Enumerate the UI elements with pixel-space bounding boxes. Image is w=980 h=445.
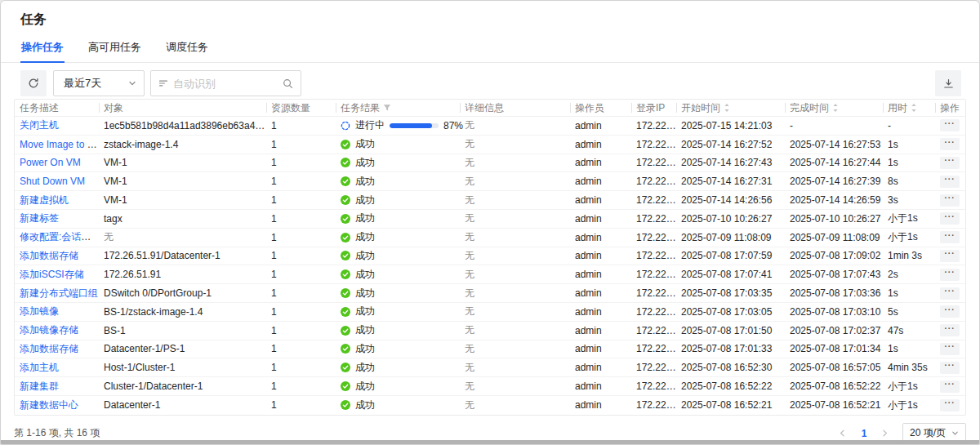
filter-lines-icon (158, 78, 168, 88)
row-actions-button[interactable]: ··· (940, 362, 960, 374)
operator-cell: admin (570, 213, 631, 225)
tab-高可用任务[interactable]: 高可用任务 (87, 36, 142, 62)
task-desc-link[interactable]: 添加数据存储 (20, 250, 78, 261)
window-bottom-edge (1, 440, 979, 444)
task-desc-link[interactable]: 新建虚拟机 (20, 194, 69, 206)
duration-cell: 1min 3s (883, 250, 935, 261)
start-time-cell: 2025-07-08 17:03:05 (676, 306, 785, 318)
table-row: 关闭主机1ec5b581b98d4a11ad3896eb63a41ae41进行中… (15, 117, 965, 136)
row-actions-button[interactable]: ··· (940, 343, 960, 355)
row-actions-button[interactable]: ··· (940, 176, 960, 188)
export-button[interactable] (935, 70, 961, 96)
tab-操作任务[interactable]: 操作任务 (20, 36, 65, 62)
row-actions-button[interactable]: ··· (940, 305, 960, 318)
end-time-cell: 2025-07-08 17:03:10 (785, 306, 883, 318)
detail-cell: 无 (460, 230, 570, 244)
object-cell: tagx (99, 213, 266, 225)
task-desc-link[interactable]: 添加主机 (20, 362, 59, 373)
column-header-7[interactable]: 开始时间 (676, 100, 785, 116)
resource-count-cell: 1 (266, 194, 336, 206)
detail-cell: 无 (460, 323, 570, 337)
operator-cell: admin (570, 287, 631, 299)
start-time-cell: 2025-07-08 17:01:33 (676, 343, 785, 354)
status-label: 成功 (355, 137, 375, 151)
login-ip-cell: 172.22.2.... (631, 343, 676, 354)
row-actions-button[interactable]: ··· (940, 269, 960, 281)
task-desc-link[interactable]: 添加数据存储 (20, 343, 78, 354)
table-header: 任务描述对象资源数量任务结果详细信息操作员登录IP开始时间完成时间用时操作 (15, 100, 965, 117)
object-cell: Datacenter-1/PS-1 (99, 343, 266, 354)
row-actions-button[interactable]: ··· (940, 399, 960, 412)
column-header-2: 资源数量 (266, 100, 336, 116)
login-ip-cell: 172.22.2.... (631, 306, 676, 318)
chevron-right-icon (881, 429, 889, 437)
start-time-cell: 2025-07-08 16:52:22 (676, 380, 785, 392)
object-cell: BS-1 (99, 325, 266, 336)
login-ip-cell: 172.22.2.... (631, 250, 676, 261)
login-ip-cell: 172.22.2.... (631, 287, 676, 299)
detail-cell: 无 (460, 211, 570, 225)
detail-cell: 无 (460, 156, 570, 170)
status-label: 成功 (355, 156, 375, 170)
detail-cell: 无 (460, 268, 570, 282)
duration-cell: 3s (883, 194, 935, 206)
time-range-value: 最近7天 (64, 76, 101, 91)
row-actions-button[interactable]: ··· (940, 119, 960, 131)
end-time-cell: 2025-07-08 17:07:43 (785, 269, 883, 280)
row-actions-button[interactable]: ··· (940, 157, 960, 169)
row-actions-button[interactable]: ··· (940, 194, 960, 207)
task-desc-link[interactable]: 修改配置:会话超时... (20, 231, 99, 243)
sort-icon (911, 103, 917, 113)
refresh-button[interactable] (20, 70, 47, 96)
duration-cell: 8s (883, 176, 935, 187)
task-desc-link[interactable]: 添加镜像存储 (20, 324, 78, 336)
task-desc-link[interactable]: 添加镜像 (20, 305, 59, 317)
row-actions-button[interactable]: ··· (940, 287, 960, 300)
task-desc-link[interactable]: 添加iSCSI存储 (20, 269, 84, 280)
resource-count-cell: 1 (266, 213, 336, 225)
column-header-8[interactable]: 完成时间 (785, 100, 883, 116)
task-desc-link[interactable]: 新建标签 (20, 212, 59, 224)
page-size-value: 20 项/页 (910, 426, 946, 440)
task-desc-link[interactable]: 新建集群 (20, 380, 59, 392)
row-actions-button[interactable]: ··· (940, 324, 960, 336)
resource-count-cell: 1 (266, 306, 336, 318)
tab-调度任务[interactable]: 调度任务 (165, 36, 209, 62)
row-actions-button[interactable]: ··· (940, 380, 960, 393)
task-result-cell: 成功 (336, 287, 460, 300)
filter-funnel-icon[interactable] (383, 104, 391, 112)
resource-count-cell: 1 (266, 399, 336, 411)
task-desc-link[interactable]: Shut Down VM (20, 176, 85, 187)
task-desc-link[interactable]: 新建数据中心 (20, 399, 78, 411)
task-result-cell: 成功 (336, 398, 460, 412)
task-desc-link[interactable]: 关闭主机 (20, 119, 59, 131)
success-check-icon (341, 381, 350, 391)
operator-cell: admin (570, 343, 631, 354)
search-icon[interactable] (283, 78, 293, 89)
login-ip-cell: 172.22.2.... (631, 157, 676, 168)
row-actions-button[interactable]: ··· (940, 212, 960, 225)
column-header-0: 任务描述 (15, 100, 99, 116)
toolbar: 最近7天 (20, 70, 961, 96)
task-result-cell: 成功 (336, 230, 460, 244)
table-body: 关闭主机1ec5b581b98d4a11ad3896eb63a41ae41进行中… (15, 117, 965, 415)
row-actions-button[interactable]: ··· (940, 250, 960, 262)
task-desc-link[interactable]: Power On VM (20, 157, 81, 168)
search-input[interactable] (173, 78, 278, 90)
row-actions-button[interactable]: ··· (940, 231, 960, 243)
table-row: 修改配置:会话超时...无1成功无admin172.22.2....2025-0… (15, 229, 965, 247)
login-ip-cell: 172.22.2.... (631, 380, 676, 392)
task-result-cell: 成功 (336, 194, 460, 207)
task-desc-link[interactable]: 新建分布式端口组 (20, 287, 98, 299)
task-desc-link[interactable]: Move Image to Rec... (20, 139, 99, 150)
status-label: 成功 (355, 380, 375, 394)
duration-cell: 47s (883, 325, 935, 336)
column-header-9[interactable]: 用时 (883, 100, 935, 116)
sort-icon (724, 103, 730, 113)
status-label: 成功 (355, 323, 375, 337)
duration-cell: 小于1s (883, 230, 935, 244)
time-range-select[interactable]: 最近7天 (53, 70, 145, 96)
row-actions-button[interactable]: ··· (940, 138, 960, 150)
column-header-6: 登录IP (631, 100, 676, 116)
object-cell: 172.26.51.91 (99, 269, 266, 280)
